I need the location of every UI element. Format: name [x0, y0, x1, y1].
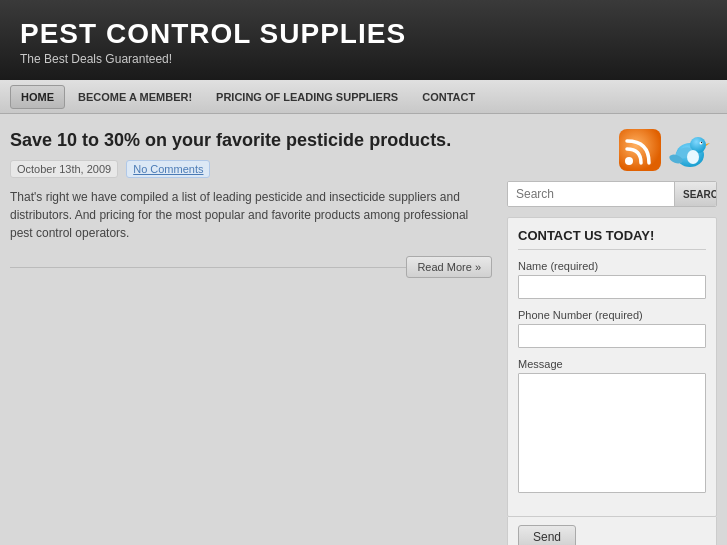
post-title: Save 10 to 30% on your favorite pesticid…: [10, 129, 492, 152]
main-nav: HOME BECOME A MEMBER! PRICING OF LEADING…: [0, 80, 727, 114]
site-title: Pest Control Supplies: [20, 18, 707, 50]
site-tagline: The Best Deals Guaranteed!: [20, 52, 707, 66]
phone-field-label: Phone Number (required): [518, 309, 706, 321]
post-comments-link[interactable]: No Comments: [126, 160, 210, 178]
search-input[interactable]: [508, 182, 674, 206]
main-column: Save 10 to 30% on your favorite pesticid…: [10, 129, 507, 545]
post-divider: [10, 267, 406, 268]
site-header: Pest Control Supplies The Best Deals Gua…: [0, 0, 727, 80]
svg-point-5: [701, 142, 702, 143]
content-wrapper: Save 10 to 30% on your favorite pesticid…: [0, 114, 727, 545]
name-input[interactable]: [518, 275, 706, 299]
sidebar-icons: [507, 129, 717, 171]
nav-item-home[interactable]: HOME: [10, 85, 65, 109]
post-date: October 13th, 2009: [10, 160, 118, 178]
rss-icon[interactable]: [619, 129, 661, 171]
send-button[interactable]: Send: [518, 525, 576, 545]
twitter-icon[interactable]: [666, 129, 712, 171]
search-bar: SEARCH: [507, 181, 717, 207]
nav-item-member[interactable]: BECOME A MEMBER!: [67, 85, 203, 109]
svg-point-4: [700, 142, 703, 145]
nav-item-contact[interactable]: CONTACT: [411, 85, 486, 109]
post-meta: October 13th, 2009 No Comments: [10, 160, 492, 178]
name-field-label: Name (required): [518, 260, 706, 272]
svg-point-1: [625, 157, 633, 165]
contact-box-title: CONTACT US TODAY!: [518, 228, 706, 250]
message-input[interactable]: [518, 373, 706, 493]
send-area: Send: [507, 517, 717, 545]
svg-rect-0: [619, 129, 661, 171]
contact-box: CONTACT US TODAY! Name (required) Phone …: [507, 217, 717, 517]
sidebar: SEARCH CONTACT US TODAY! Name (required)…: [507, 129, 717, 545]
post-excerpt: That's right we have compiled a list of …: [10, 188, 492, 242]
nav-item-pricing[interactable]: PRICING OF LEADING SUPPLIERS: [205, 85, 409, 109]
svg-marker-6: [706, 143, 710, 146]
read-more-button[interactable]: Read More »: [406, 256, 492, 278]
svg-point-9: [687, 150, 699, 164]
search-button[interactable]: SEARCH: [674, 182, 717, 206]
message-field-label: Message: [518, 358, 706, 370]
phone-input[interactable]: [518, 324, 706, 348]
